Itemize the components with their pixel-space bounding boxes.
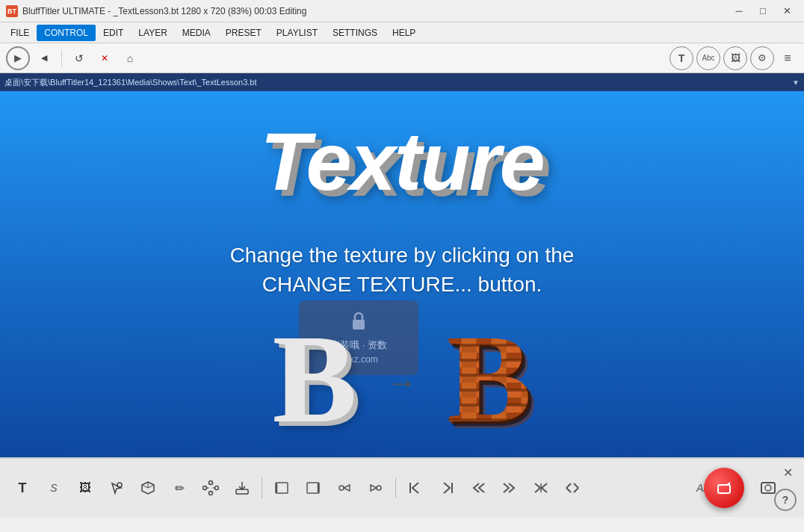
- collapse-left-icon: [470, 480, 486, 495]
- abc-tool-button[interactable]: Abc: [696, 46, 720, 70]
- menu-file[interactable]: FILE: [3, 25, 37, 41]
- keyframe-button[interactable]: [331, 474, 358, 501]
- move-left-icon: [408, 480, 423, 495]
- move-left-button[interactable]: [402, 474, 429, 501]
- home-icon: ⌂: [127, 52, 133, 64]
- svg-point-1: [117, 483, 122, 487]
- image-tool-button[interactable]: 🖼: [723, 46, 747, 70]
- gear-icon: ⚙: [758, 52, 767, 64]
- image-layer-icon: 🖼: [79, 481, 91, 495]
- menu-bar: FILE CONTROL EDIT LAYER MEDIA PRESET PLA…: [0, 22, 804, 43]
- nodes-button[interactable]: [197, 474, 224, 501]
- help-button[interactable]: ?: [774, 489, 797, 511]
- restore-button[interactable]: □: [752, 3, 774, 19]
- spread-button[interactable]: [559, 474, 586, 501]
- import-icon: [235, 480, 250, 495]
- record-icon: [715, 479, 733, 497]
- pick-button[interactable]: [103, 474, 130, 501]
- window-title: BluffTitler ULTIMATE - _TextLesson3.bt 1…: [22, 6, 306, 16]
- svg-point-25: [765, 485, 771, 491]
- app-icon: BT: [6, 5, 18, 17]
- image-layer-button[interactable]: 🖼: [72, 474, 99, 501]
- text-tool-icon: T: [678, 52, 685, 64]
- window-controls: ─ □ ✕: [728, 3, 798, 19]
- menu-control[interactable]: CONTROL: [37, 25, 96, 41]
- prev-frame-button[interactable]: ◀: [33, 48, 55, 69]
- svg-rect-22: [718, 485, 730, 493]
- trim-icon: [533, 480, 549, 495]
- brick-letter-b: B: [447, 315, 531, 442]
- svg-rect-13: [276, 483, 288, 493]
- layer-start-icon: [274, 480, 289, 495]
- play-button[interactable]: ▶: [6, 46, 30, 70]
- svg-point-7: [209, 481, 213, 485]
- close-button[interactable]: ✕: [776, 3, 798, 19]
- canvas-area: Texture Change the texture by clicking o…: [0, 91, 804, 457]
- brush-button[interactable]: ✏: [166, 474, 193, 501]
- stop-icon: ✕: [101, 53, 108, 64]
- import-button[interactable]: [229, 474, 256, 501]
- spread-icon: [564, 480, 581, 495]
- keyframe-icon: [336, 480, 353, 495]
- cube-button[interactable]: [134, 474, 161, 501]
- svg-marker-23: [726, 482, 730, 485]
- hamburger-menu[interactable]: ≡: [777, 48, 798, 69]
- keyframe-right-button[interactable]: [362, 474, 389, 501]
- menu-icon: ≡: [784, 52, 791, 65]
- menu-edit[interactable]: EDIT: [96, 25, 131, 41]
- help-icon: ?: [782, 494, 789, 506]
- menu-preset[interactable]: PRESET: [218, 25, 269, 41]
- toolbar: ▶ ◀ ↺ ✕ ⌂ T Abc 🖼 ⚙ ≡: [0, 43, 804, 73]
- text-layer-button[interactable]: T: [9, 474, 36, 501]
- move-right-button[interactable]: [433, 474, 460, 501]
- gear-tool-button[interactable]: ⚙: [750, 46, 774, 70]
- title-bar: BT BluffTitler ULTIMATE - _TextLesson3.b…: [0, 0, 804, 22]
- bottom-separator-2: [395, 477, 396, 498]
- toolbar-separator-1: [61, 50, 62, 66]
- play-icon: ▶: [14, 52, 22, 64]
- nodes-icon: [202, 480, 219, 495]
- image-icon: 🖼: [731, 52, 740, 64]
- arrow-right-icon: →: [387, 366, 417, 400]
- menu-playlist[interactable]: PLAYLIST: [269, 25, 325, 41]
- subtitle-line2: CHANGE TEXTURE... button.: [262, 273, 542, 296]
- stop-button[interactable]: ✕: [93, 48, 116, 69]
- record-button[interactable]: [704, 468, 744, 508]
- svg-rect-15: [307, 483, 319, 493]
- plain-letter-b: B: [273, 315, 357, 442]
- address-dropdown-icon[interactable]: ▼: [792, 78, 800, 87]
- menu-media[interactable]: MEDIA: [175, 25, 218, 41]
- expand-right-button[interactable]: [496, 474, 523, 501]
- canvas-title: Texture: [260, 114, 543, 208]
- move-right-icon: [439, 480, 454, 495]
- minimize-button[interactable]: ─: [728, 3, 750, 19]
- svg-point-8: [215, 486, 219, 490]
- canvas-subtitle: Change the texture by clicking on the CH…: [230, 241, 575, 299]
- svg-point-9: [209, 492, 213, 495]
- svg-line-4: [148, 485, 154, 488]
- keyframe-right-icon: [368, 480, 384, 495]
- text-tool-button[interactable]: T: [670, 46, 693, 70]
- address-path: 桌面\安下载\BluffTitler14_121361\Media\Shows\…: [4, 77, 789, 88]
- subtitle-line1: Change the texture by clicking on the: [230, 244, 575, 267]
- pick-icon: [109, 480, 124, 495]
- menu-settings[interactable]: SETTINGS: [325, 25, 385, 41]
- menu-help[interactable]: HELP: [385, 25, 423, 41]
- cube-icon: [140, 480, 155, 495]
- svg-rect-24: [761, 483, 775, 493]
- svg-line-5: [142, 485, 148, 488]
- collapse-left-button[interactable]: [465, 474, 492, 501]
- scale-button[interactable]: S: [40, 474, 67, 501]
- home-button[interactable]: ⌂: [119, 48, 141, 69]
- trim-button[interactable]: [528, 474, 554, 501]
- bottom-separator-1: [262, 477, 262, 498]
- refresh-button[interactable]: ↺: [68, 48, 90, 69]
- titlebar-left: BT BluffTitler ULTIMATE - _TextLesson3.b…: [6, 5, 306, 17]
- address-bar: 桌面\安下载\BluffTitler14_121361\Media\Shows\…: [0, 73, 804, 91]
- abc-icon: Abc: [702, 54, 714, 62]
- menu-layer[interactable]: LAYER: [131, 25, 174, 41]
- text-icon: T: [19, 480, 27, 496]
- layer-start-button[interactable]: [268, 474, 295, 501]
- layer-end-button[interactable]: [300, 474, 327, 501]
- brush-icon: ✏: [175, 481, 185, 495]
